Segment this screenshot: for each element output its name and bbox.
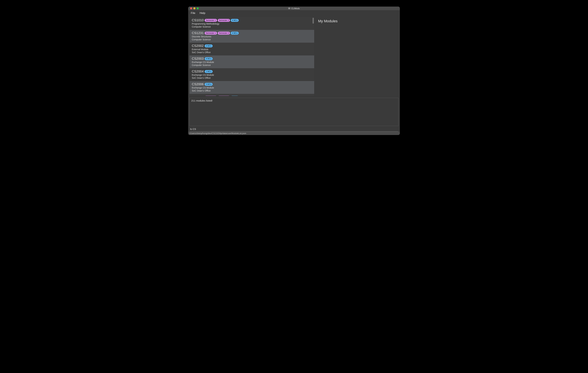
module-head: CS2030Semester 1Semester 24 MCs (192, 95, 312, 96)
module-head: CS20034 MCs (192, 57, 312, 61)
module-code: CS2002 (192, 44, 204, 48)
module-head: CS20041 MCs (192, 70, 312, 73)
traffic-lights (188, 7, 199, 9)
result-display: 211 modules listed! (189, 98, 399, 126)
module-row[interactable]: CS20063 MCsExchange CS ModuleSoC Dean's … (189, 81, 314, 94)
module-head: CS20063 MCs (192, 82, 312, 86)
status-path: /Users/shenyihong/dev/CS2103/tp/data/use… (189, 132, 246, 135)
module-head: CS1231Semester 1Semester 24 MCs (192, 31, 312, 35)
titlebar[interactable]: CLIMods (188, 7, 400, 10)
semester-badge: Semester 1 (205, 19, 217, 22)
menu-help[interactable]: Help (199, 11, 206, 15)
semester-badge: Semester 2 (218, 19, 230, 22)
module-code: CS2030 (192, 95, 204, 96)
semester-badge: Semester 1 (205, 32, 217, 35)
module-dept: Computer Science (192, 25, 312, 28)
module-row[interactable]: CS1010Semester 1Semester 24 MCsProgrammi… (189, 17, 314, 30)
module-code: CS1010 (192, 18, 204, 22)
module-title: Programming Methodology (192, 22, 312, 25)
module-code: CS2003 (192, 57, 204, 61)
module-code: CS1231 (192, 31, 204, 35)
module-dept: SoC Dean's Office (192, 51, 312, 54)
menu-file[interactable]: File (190, 11, 196, 15)
module-title: Discrete Structures (192, 35, 312, 38)
semester-badge: Semester 2 (218, 96, 230, 96)
my-modules-panel: My Modules (316, 17, 399, 96)
content-area: CS1010Semester 1Semester 24 MCsProgrammi… (188, 16, 400, 97)
minimize-icon[interactable] (193, 7, 195, 9)
module-dept: SoC Dean's Office (192, 89, 312, 92)
module-dept: SoC Dean's Office (192, 77, 312, 80)
command-input[interactable] (190, 127, 398, 131)
semester-badge: Semester 1 (205, 96, 217, 96)
mcs-badge: 4 MCs (205, 44, 213, 47)
mcs-badge: 4 MCs (231, 19, 239, 22)
module-dept: Computer Science (192, 64, 312, 67)
close-icon[interactable] (190, 7, 192, 9)
mcs-badge: 4 MCs (231, 96, 239, 96)
module-row[interactable]: CS20034 MCsExchange CS ModuleComputer Sc… (189, 55, 314, 68)
module-code: CS2006 (192, 82, 204, 86)
maximize-icon[interactable] (197, 7, 199, 9)
module-row[interactable]: CS2030Semester 1Semester 24 MCsProgrammi… (189, 94, 314, 96)
scrollbar-thumb[interactable] (313, 18, 314, 24)
mcs-badge: 4 MCs (231, 32, 239, 35)
module-head: CS1010Semester 1Semester 24 MCs (192, 18, 312, 22)
module-dept: Computer Science (192, 38, 312, 41)
semester-badge: Semester 2 (218, 32, 230, 35)
module-title: Exchange CS Module (192, 74, 312, 77)
window-title-wrap: CLIMods (188, 7, 400, 10)
module-row[interactable]: CS1231Semester 1Semester 24 MCsDiscrete … (189, 30, 314, 43)
module-row[interactable]: CS20041 MCsExchange CS ModuleSoC Dean's … (189, 68, 314, 81)
statusbar: /Users/shenyihong/dev/CS2103/tp/data/use… (188, 132, 400, 135)
module-title: Exchange CS Module (192, 86, 312, 89)
module-title: External Module (192, 48, 312, 51)
window-title: CLIMods (291, 7, 300, 10)
module-head: CS20024 MCs (192, 44, 312, 48)
module-row[interactable]: CS20024 MCsExternal ModuleSoC Dean's Off… (189, 43, 314, 55)
my-modules-title: My Modules (318, 19, 396, 23)
command-input-wrap (190, 127, 398, 132)
mcs-badge: 1 MCs (205, 70, 213, 73)
module-code: CS2004 (192, 70, 204, 73)
result-text: 211 modules listed! (191, 99, 212, 102)
mcs-badge: 3 MCs (205, 83, 213, 86)
app-window: CLIMods File Help CS1010Semester 1Semest… (188, 7, 400, 135)
mcs-badge: 4 MCs (205, 57, 213, 60)
menubar: File Help (188, 10, 400, 16)
module-list[interactable]: CS1010Semester 1Semester 24 MCsProgrammi… (189, 17, 314, 96)
module-list-panel: CS1010Semester 1Semester 24 MCsProgrammi… (189, 17, 314, 96)
app-icon (288, 8, 290, 9)
module-title: Exchange CS Module (192, 61, 312, 64)
